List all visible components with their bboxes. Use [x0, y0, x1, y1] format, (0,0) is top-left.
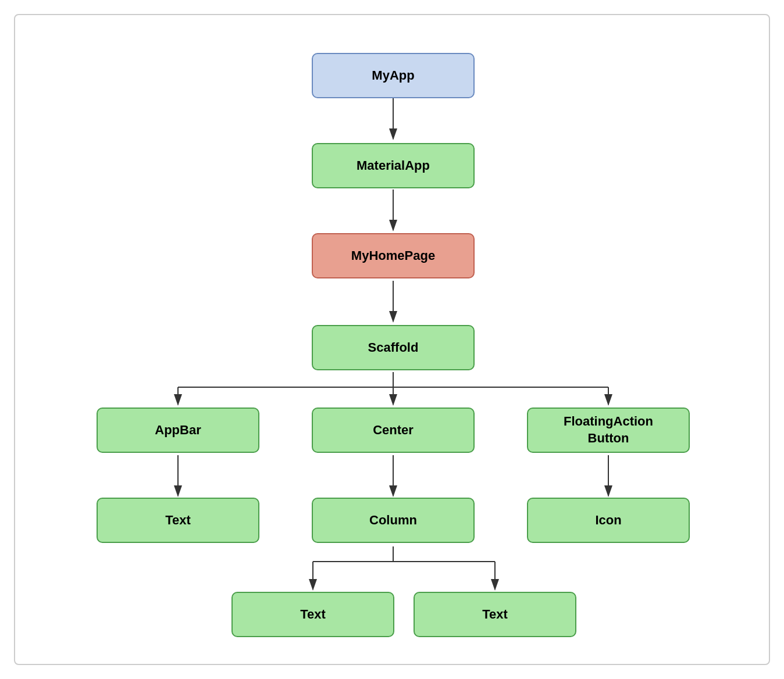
node-appbar: AppBar — [97, 408, 259, 453]
node-materialapp: MaterialApp — [312, 143, 475, 188]
node-text-col1: Text — [231, 592, 394, 637]
node-myhomepage: MyHomePage — [312, 233, 475, 278]
node-fab: FloatingAction Button — [527, 408, 690, 453]
node-center: Center — [312, 408, 475, 453]
diagram-container: MyApp MaterialApp MyHomePage Scaffold Ap… — [14, 14, 770, 665]
node-scaffold: Scaffold — [312, 325, 475, 370]
node-text-appbar: Text — [97, 498, 259, 543]
node-column: Column — [312, 498, 475, 543]
node-icon: Icon — [527, 498, 690, 543]
node-text-col2: Text — [414, 592, 576, 637]
node-myapp: MyApp — [312, 53, 475, 98]
